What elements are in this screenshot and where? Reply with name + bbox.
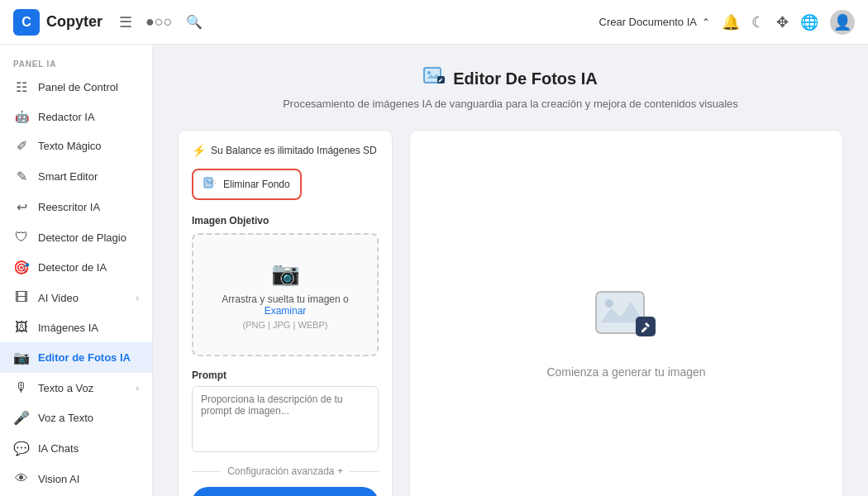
main-layout: PANEL IA ☷ Panel de Control 🤖 Redactor I… bbox=[0, 45, 868, 496]
app-logo[interactable]: C Copyter bbox=[13, 9, 103, 36]
svg-point-4 bbox=[206, 179, 207, 181]
logo-box: C bbox=[13, 9, 40, 36]
page-subtitle: Procesamiento de imágenes IA de vanguard… bbox=[178, 98, 843, 110]
detector-ia-icon: 🎯 bbox=[13, 260, 30, 275]
smart-editor-icon: ✎ bbox=[13, 169, 30, 184]
panel-control-icon: ☷ bbox=[13, 79, 30, 95]
sidebar-label-reescritor-ia: Reescritor IA bbox=[38, 201, 139, 213]
svg-point-1 bbox=[427, 71, 431, 74]
upload-box[interactable]: 📷 Arrastra y suelta tu imagen o Examinar… bbox=[192, 233, 379, 356]
sidebar: PANEL IA ☷ Panel de Control 🤖 Redactor I… bbox=[0, 45, 153, 496]
sidebar-section-label: PANEL IA bbox=[0, 51, 152, 72]
chevron-right-icon: › bbox=[136, 293, 139, 303]
chevron-up-icon: ⌃ bbox=[702, 17, 710, 28]
sidebar-label-texto-magico: Texto Mágico bbox=[38, 140, 139, 152]
create-document-button[interactable]: Crear Documento IA ⌃ bbox=[599, 16, 711, 28]
page-header: Editor De Fotos IA Procesamiento de imág… bbox=[178, 64, 843, 110]
moon-icon[interactable]: ☾ bbox=[751, 13, 765, 31]
app-name: Copyter bbox=[46, 13, 103, 31]
prompt-label: Prompt bbox=[192, 370, 379, 381]
upload-drag-text: Arrastra y suelta tu imagen o Examinar bbox=[207, 293, 364, 317]
sidebar-label-redactor-ia: Redactor IA bbox=[38, 111, 139, 123]
sidebar-label-panel-control: Panel de Control bbox=[38, 81, 139, 93]
sidebar-label-ai-video: AI Video bbox=[38, 292, 127, 304]
sidebar-item-panel-control[interactable]: ☷ Panel de Control bbox=[0, 72, 152, 103]
sidebar-label-vision-ai: Vision AI bbox=[38, 473, 139, 485]
tool-eliminar-fondo[interactable]: Eliminar Fondo bbox=[192, 169, 302, 200]
top-navigation: C Copyter ☰ ●○○ 🔍 Crear Documento IA ⌃ 🔔… bbox=[0, 0, 868, 45]
tool-grid: Eliminar Fondo bbox=[192, 169, 379, 200]
sidebar-label-detector-ia: Detector de IA bbox=[38, 261, 139, 274]
sidebar-label-editor-fotos-ia: Editor de Fotos IA bbox=[38, 351, 139, 364]
sidebar-label-detector-plagio: Detector de Plagio bbox=[38, 231, 139, 244]
left-panel: ⚡ Su Balance es ilimitado Imágenes SD bbox=[178, 130, 393, 496]
sidebar-item-editor-fotos-ia[interactable]: 📷 Editor de Fotos IA bbox=[0, 342, 152, 373]
topnav-right-icons: 🔔 ☾ ✥ 🌐 👤 bbox=[722, 10, 855, 35]
bell-icon[interactable]: 🔔 bbox=[722, 13, 740, 31]
right-panel: Comienza a generar tu imagen bbox=[409, 130, 843, 496]
sidebar-item-detector-plagio[interactable]: 🛡 Detector de Plagio bbox=[0, 222, 152, 252]
lightning-icon: ⚡ bbox=[192, 144, 206, 157]
tool-icon-eliminar-fondo bbox=[203, 177, 218, 192]
sidebar-item-smart-editor[interactable]: ✎ Smart Editor bbox=[0, 161, 152, 192]
voz-texto-icon: 🎤 bbox=[13, 410, 30, 426]
sidebar-item-texto-magico[interactable]: ✐ Texto Mágico bbox=[0, 131, 152, 161]
redactor-icon: 🤖 bbox=[13, 110, 30, 123]
image-placeholder-icon bbox=[593, 285, 659, 355]
sidebar-label-smart-editor: Smart Editor bbox=[38, 170, 139, 183]
avatar[interactable]: 👤 bbox=[830, 10, 855, 35]
sidebar-item-imagenes-ia[interactable]: 🖼 Imágenes IA bbox=[0, 312, 152, 342]
svg-point-6 bbox=[605, 299, 613, 308]
sidebar-item-redactor-ia[interactable]: 🤖 Redactor IA bbox=[0, 103, 152, 131]
svg-point-8 bbox=[645, 326, 646, 327]
topnav-left-icons: ☰ ●○○ 🔍 bbox=[119, 13, 599, 31]
detector-plagio-icon: 🛡 bbox=[13, 230, 30, 245]
balance-notice: ⚡ Su Balance es ilimitado Imágenes SD bbox=[192, 144, 379, 157]
editor-fotos-icon: 📷 bbox=[13, 350, 30, 365]
right-panel-placeholder: Comienza a generar tu imagen bbox=[546, 285, 705, 379]
upload-label: Imagen Objetivo bbox=[192, 215, 379, 227]
sidebar-item-reescritor-ia[interactable]: ↩ Reescritor IA bbox=[0, 192, 152, 222]
expand-icon[interactable]: ✥ bbox=[776, 13, 789, 31]
sidebar-item-ai-video[interactable]: 🎞 AI Video › bbox=[0, 283, 152, 312]
sidebar-label-imagenes-ia: Imágenes IA bbox=[38, 322, 139, 334]
create-label: Crear Documento IA bbox=[599, 16, 698, 28]
texto-magico-icon: ✐ bbox=[13, 138, 30, 154]
tool-label-eliminar-fondo: Eliminar Fondo bbox=[223, 179, 290, 190]
sidebar-label-texto-voz: Texto a Voz bbox=[38, 382, 127, 394]
sidebar-item-ia-chats[interactable]: 💬 IA Chats bbox=[0, 433, 152, 464]
imagenes-ia-icon: 🖼 bbox=[13, 320, 30, 335]
sidebar-item-vision-ai[interactable]: 👁 Vision AI bbox=[0, 464, 152, 494]
advanced-config-link[interactable]: Configuración avanzada + bbox=[192, 465, 379, 477]
generate-button[interactable]: Generar bbox=[192, 487, 379, 496]
search-icon[interactable]: ●○○ bbox=[145, 13, 173, 31]
menu-icon[interactable]: ☰ bbox=[119, 13, 132, 31]
sidebar-label-ia-chats: IA Chats bbox=[38, 442, 139, 455]
main-content: Editor De Fotos IA Procesamiento de imág… bbox=[153, 45, 868, 496]
chevron-right-icon2: › bbox=[136, 383, 139, 393]
upload-browse-link[interactable]: Examinar bbox=[265, 305, 307, 317]
ai-video-icon: 🎞 bbox=[13, 290, 30, 305]
sidebar-item-texto-voz[interactable]: 🎙 Texto a Voz › bbox=[0, 373, 152, 403]
page-title: Editor De Fotos IA bbox=[178, 64, 843, 93]
globe-icon[interactable]: 🌐 bbox=[800, 13, 818, 31]
photo-editor-icon bbox=[423, 64, 446, 93]
ia-chats-icon: 💬 bbox=[13, 441, 30, 456]
camera-icon: 📷 bbox=[207, 260, 364, 287]
sidebar-label-voz-texto: Voz a Texto bbox=[38, 412, 139, 424]
sidebar-item-voz-texto[interactable]: 🎤 Voz a Texto bbox=[0, 403, 152, 433]
search-icon2[interactable]: 🔍 bbox=[186, 14, 203, 30]
prompt-textarea[interactable] bbox=[192, 386, 379, 452]
right-panel-placeholder-text: Comienza a generar tu imagen bbox=[546, 365, 705, 379]
upload-formats: (PNG | JPG | WEBP) bbox=[207, 320, 364, 330]
content-grid: ⚡ Su Balance es ilimitado Imágenes SD bbox=[178, 130, 843, 496]
topnav-right: Crear Documento IA ⌃ 🔔 ☾ ✥ 🌐 👤 bbox=[599, 10, 856, 35]
vision-ai-icon: 👁 bbox=[13, 471, 30, 486]
texto-voz-icon: 🎙 bbox=[13, 380, 30, 395]
reescritor-icon: ↩ bbox=[13, 199, 30, 215]
sidebar-item-detector-ia[interactable]: 🎯 Detector de IA bbox=[0, 252, 152, 283]
